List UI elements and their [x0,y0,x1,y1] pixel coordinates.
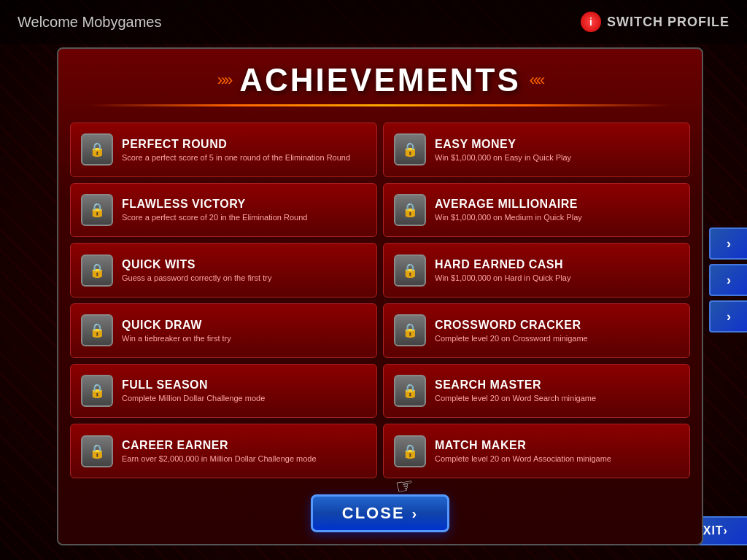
achievement-text-quick-draw: QUICK DRAW Win a tiebreaker on the first… [122,318,366,343]
achievement-text-perfect-round: PERFECT ROUND Score a perfect score of 5… [122,137,366,163]
achievement-flawless-victory[interactable]: 🔒 FLAWLESS VICTORY Score a perfect score… [70,183,377,238]
achievement-hard-earned-cash[interactable]: 🔒 HARD EARNED CASH Win $1,000,000 on Har… [383,243,690,298]
achievement-search-master[interactable]: 🔒 SEARCH MASTER Complete level 20 on Wor… [383,364,690,419]
profile-icon: i [581,12,601,32]
lock-icon-perfect-round: 🔒 [81,133,113,166]
achievement-name: EASY MONEY [435,137,679,151]
achievement-text-flawless-victory: FLAWLESS VICTORY Score a perfect score o… [122,197,366,222]
close-arrow-icon: › [412,505,419,522]
achievements-modal: »» ACHIEVEMENTS «« 🔒 PERFECT ROUND Score… [57,47,703,545]
switch-profile-label: SWITCH PROFILE [607,15,729,30]
achievement-desc: Win $1,000,000 on Easy in Quick Play [435,152,679,163]
achievement-name: SEARCH MASTER [435,378,679,392]
achievement-name: MATCH MAKER [435,438,679,452]
lock-icon-easy-money: 🔒 [394,133,426,166]
achievement-name: QUICK DRAW [122,318,366,332]
side-button-2[interactable]: › [709,264,747,296]
achievement-desc: Guess a password correctly on the first … [122,273,366,283]
achievement-desc: Complete Million Dollar Challenge mode [122,393,366,403]
achievement-desc: Complete level 20 on Crossword minigame [435,333,679,343]
lock-icon-quick-wits: 🔒 [81,254,113,287]
achievement-career-earner[interactable]: 🔒 CAREER EARNER Earn over $2,000,000 in … [70,424,377,478]
lock-icon-career-earner: 🔒 [81,435,113,467]
achievement-desc: Win a tiebreaker on the first try [122,333,366,343]
achievement-quick-wits[interactable]: 🔒 QUICK WITS Guess a password correctly … [70,243,377,298]
achievement-text-hard-earned-cash: HARD EARNED CASH Win $1,000,000 on Hard … [435,257,679,283]
achievement-name: AVERAGE MILLIONAIRE [435,197,679,211]
achievement-name: FULL SEASON [122,378,366,392]
lock-icon-average-millionaire: 🔒 [394,194,426,226]
switch-profile-button[interactable]: i SWITCH PROFILE [581,12,729,32]
achievement-crossword-cracker[interactable]: 🔒 CROSSWORD CRACKER Complete level 20 on… [383,303,690,358]
lock-icon-crossword-cracker: 🔒 [394,314,426,346]
welcome-text: Welcome Mobygames [18,14,161,31]
achievement-name: HARD EARNED CASH [435,257,679,271]
header-decorations: »» ACHIEVEMENTS «« [73,62,687,98]
achievement-perfect-round[interactable]: 🔒 PERFECT ROUND Score a perfect score of… [70,122,377,177]
achievement-text-match-maker: MATCH MAKER Complete level 20 on Word As… [435,438,679,464]
side-button-3[interactable]: › [709,300,747,332]
achievement-quick-draw[interactable]: 🔒 QUICK DRAW Win a tiebreaker on the fir… [70,303,377,358]
achievement-desc: Win $1,000,000 on Hard in Quick Play [435,273,679,283]
achievements-grid: 🔒 PERFECT ROUND Score a perfect score of… [58,114,702,487]
achievement-name: FLAWLESS VICTORY [122,197,366,211]
lock-icon-full-season: 🔒 [81,375,113,407]
achievement-desc: Score a perfect score of 5 in one round … [122,152,366,163]
achievement-name: PERFECT ROUND [122,137,366,151]
lock-icon-match-maker: 🔒 [394,435,426,467]
achievement-text-search-master: SEARCH MASTER Complete level 20 on Word … [435,378,679,403]
close-button[interactable]: CLOSE › [311,494,449,532]
achievement-desc: Complete level 20 on Word Association mi… [435,454,679,464]
modal-header: »» ACHIEVEMENTS «« [58,49,702,114]
lock-icon-search-master: 🔒 [394,375,426,407]
lock-icon-flawless-victory: 🔒 [81,194,113,226]
close-label: CLOSE [342,504,405,523]
top-bar: Welcome Mobygames i SWITCH PROFILE [0,0,747,44]
chevrons-left-icon: »» [217,71,231,90]
achievements-title: ACHIEVEMENTS [239,62,521,98]
achievement-text-career-earner: CAREER EARNER Earn over $2,000,000 in Mi… [122,438,366,464]
achievement-name: CROSSWORD CRACKER [435,318,679,332]
achievement-text-easy-money: EASY MONEY Win $1,000,000 on Easy in Qui… [435,137,679,163]
achievement-match-maker[interactable]: 🔒 MATCH MAKER Complete level 20 on Word … [383,424,690,478]
achievement-average-millionaire[interactable]: 🔒 AVERAGE MILLIONAIRE Win $1,000,000 on … [383,183,690,238]
close-section: CLOSE › [58,487,702,544]
achievement-text-crossword-cracker: CROSSWORD CRACKER Complete level 20 on C… [435,318,679,343]
achievement-name: CAREER EARNER [122,438,366,452]
chevrons-right-icon: «« [530,71,543,90]
achievement-text-full-season: FULL SEASON Complete Million Dollar Chal… [122,378,366,403]
header-line [88,104,673,106]
achievement-full-season[interactable]: 🔒 FULL SEASON Complete Million Dollar Ch… [70,364,377,419]
achievement-desc: Earn over $2,000,000 in Million Dollar C… [122,454,366,464]
lock-icon-hard-earned-cash: 🔒 [394,254,426,287]
achievement-name: QUICK WITS [122,257,366,271]
achievement-text-quick-wits: QUICK WITS Guess a password correctly on… [122,257,366,283]
achievement-desc: Complete level 20 on Word Search minigam… [435,393,679,403]
achievement-text-average-millionaire: AVERAGE MILLIONAIRE Win $1,000,000 on Me… [435,197,679,222]
achievement-desc: Score a perfect score of 20 in the Elimi… [122,212,366,222]
lock-icon-quick-draw: 🔒 [81,314,113,346]
achievement-easy-money[interactable]: 🔒 EASY MONEY Win $1,000,000 on Easy in Q… [383,122,690,177]
side-buttons: › › › [709,228,747,332]
achievement-desc: Win $1,000,000 on Medium in Quick Play [435,212,679,222]
side-button-1[interactable]: › [709,228,747,260]
